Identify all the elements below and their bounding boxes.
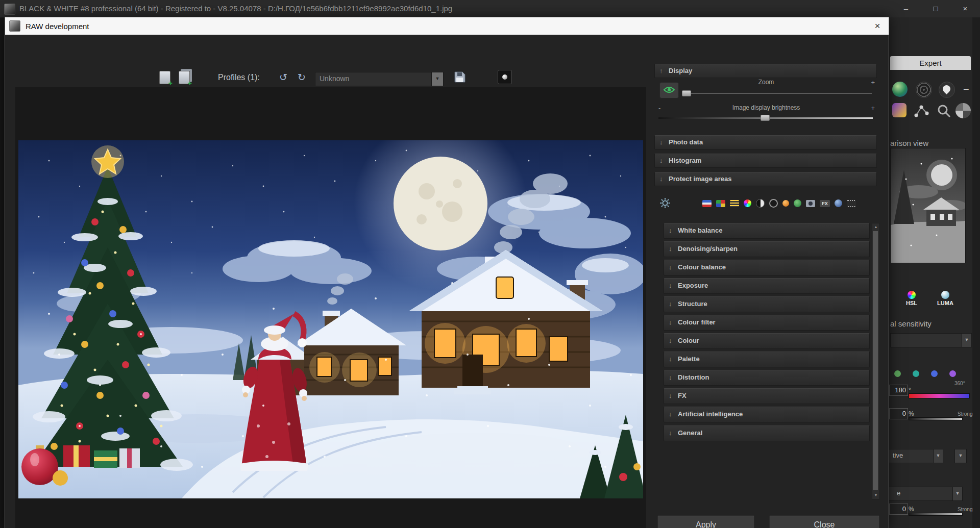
strength2-value-input[interactable]: 0: [889, 504, 908, 515]
hue-gradient-bar[interactable]: [909, 393, 970, 398]
contrast-icon[interactable]: [756, 199, 765, 208]
color-dot-teal[interactable]: [913, 370, 919, 377]
color-dot-purple[interactable]: [949, 370, 956, 377]
hsl-sphere-icon[interactable]: [892, 82, 908, 97]
profile-dropdown[interactable]: Unknown ▼: [315, 72, 444, 86]
save-profile-button[interactable]: [454, 71, 466, 83]
expand-icon: ↓: [669, 370, 672, 385]
expand-icon: ↓: [669, 223, 672, 238]
hue-value-input[interactable]: 180: [889, 385, 908, 396]
scroll-up-button[interactable]: ▲: [872, 223, 879, 231]
filter-icons: FX: [702, 199, 856, 208]
extra-dropdown-button[interactable]: ▼: [954, 449, 967, 463]
strength-gradient-bar[interactable]: [909, 417, 963, 420]
sensitivity-dropdown[interactable]: ▼: [890, 333, 972, 347]
section-distortion[interactable]: ↓Distortion: [664, 370, 870, 386]
dialog-icon: [9, 20, 20, 32]
dropdown-arrow-icon[interactable]: ▼: [952, 487, 962, 500]
nature-icon[interactable]: [794, 199, 801, 207]
minimize-button[interactable]: –: [891, 0, 921, 17]
tonal-sensitivity-label: al sensitivity: [890, 319, 932, 328]
ring-icon[interactable]: [769, 199, 778, 208]
settings-gear-icon[interactable]: [659, 197, 671, 209]
collapse-minus-button[interactable]: −: [963, 82, 969, 97]
scrollbar[interactable]: ▲ ▼: [872, 223, 880, 499]
flag-icon[interactable]: [702, 200, 712, 207]
dialog-body: + + Profiles (1): ↺ ↻ Unknown ▼: [5, 35, 889, 528]
tab-expert[interactable]: Expert: [890, 56, 971, 70]
image-panel: [15, 87, 646, 528]
section-artificial-intelligence[interactable]: ↓Artificial intelligence: [664, 407, 870, 422]
art-filter-icon[interactable]: [892, 103, 906, 117]
section-structure[interactable]: ↓Structure: [664, 296, 870, 312]
expand-icon: ↓: [669, 315, 672, 330]
close-window-button[interactable]: ×: [950, 0, 980, 17]
close-button[interactable]: Close: [769, 515, 879, 528]
zoom-label: Zoom: [652, 79, 880, 86]
luma-mode-button[interactable]: LUMA: [931, 291, 960, 306]
section-white-balance[interactable]: ↓White balance: [664, 223, 870, 239]
orange-dot-icon[interactable]: [782, 200, 789, 207]
add-profiles-button[interactable]: +: [179, 71, 190, 84]
expand-icon: ↓: [659, 136, 663, 149]
degree-unit-label: °: [909, 387, 911, 394]
globe-icon[interactable]: [835, 199, 842, 207]
main-scroll-strip: [972, 17, 980, 528]
pie-icon[interactable]: [955, 103, 971, 118]
dialog-close-button[interactable]: ×: [866, 17, 889, 35]
dropdown-arrow-icon[interactable]: ▼: [933, 449, 943, 463]
section-colour-filter[interactable]: ↓Colour filter: [664, 315, 870, 331]
section-palette[interactable]: ↓Palette: [664, 351, 870, 367]
raw-development-dialog: RAW development × + + Profiles (1): ↺ ↻ …: [5, 17, 889, 528]
droplet-icon[interactable]: [939, 82, 955, 98]
undo-button[interactable]: ↺: [277, 71, 290, 84]
camera-icon[interactable]: [806, 200, 815, 207]
secondary-dropdown[interactable]: e ▼: [888, 487, 963, 501]
hsl-mode-button[interactable]: HSL: [897, 291, 926, 306]
comparison-thumbnail[interactable]: [890, 148, 966, 263]
strength-value-input[interactable]: 0: [889, 408, 908, 419]
section-protect-image-areas[interactable]: ↓ Protect image areas: [654, 172, 877, 186]
color-dot-green[interactable]: [894, 370, 901, 377]
comparison-thumbnail-image: [891, 148, 965, 263]
photo-preview[interactable]: [18, 140, 643, 498]
develop-button[interactable]: [498, 70, 512, 84]
color-grid-icon[interactable]: [716, 200, 725, 207]
section-photo-data[interactable]: ↓ Photo data: [654, 135, 877, 149]
levels-icon[interactable]: [730, 200, 739, 207]
fx-icon[interactable]: FX: [820, 200, 830, 207]
brightness-slider-handle[interactable]: [761, 115, 770, 121]
expand-icon: ↓: [669, 352, 672, 366]
dropdown-arrow-icon[interactable]: ▼: [962, 334, 971, 347]
zoom-slider[interactable]: [682, 93, 872, 94]
search-icon[interactable]: [936, 103, 951, 118]
node-editor-icon[interactable]: [914, 103, 929, 118]
film-icon[interactable]: [847, 200, 856, 207]
hue-max-label: 360°: [954, 381, 965, 386]
collapse-icon: ↑: [659, 64, 663, 78]
apply-button[interactable]: Apply: [657, 515, 754, 528]
section-display[interactable]: ↑ Display: [654, 64, 877, 78]
section-general[interactable]: ↓General: [664, 425, 870, 441]
hue-wheel-icon[interactable]: [744, 199, 751, 207]
section-fx[interactable]: ↓FX: [664, 388, 870, 404]
strength2-gradient-bar[interactable]: [909, 513, 963, 516]
dropdown-arrow-icon[interactable]: ▼: [431, 72, 443, 86]
color-dot-blue[interactable]: [931, 370, 938, 377]
redo-button[interactable]: ↻: [295, 71, 308, 84]
web-grid-icon[interactable]: [916, 82, 932, 98]
maximize-button[interactable]: □: [921, 0, 950, 17]
zoom-increase-button[interactable]: +: [871, 79, 875, 86]
add-profile-button[interactable]: +: [159, 71, 170, 84]
section-exposure[interactable]: ↓Exposure: [664, 278, 870, 294]
scrollbar-thumb[interactable]: [873, 231, 878, 490]
section-colour[interactable]: ↓Colour: [664, 333, 870, 349]
mode-dropdown[interactable]: tive ▼: [888, 449, 943, 463]
section-colour-balance[interactable]: ↓Colour balance: [664, 260, 870, 275]
zoom-slider-handle[interactable]: [682, 90, 691, 96]
section-histogram[interactable]: ↓ Histogram: [654, 154, 877, 168]
mode-dropdown-value: tive: [893, 449, 903, 462]
brightness-increase-button[interactable]: +: [871, 104, 875, 112]
section-denoising-sharpen[interactable]: ↓Denoising/sharpen: [664, 241, 870, 257]
scroll-down-button[interactable]: ▼: [872, 492, 879, 499]
